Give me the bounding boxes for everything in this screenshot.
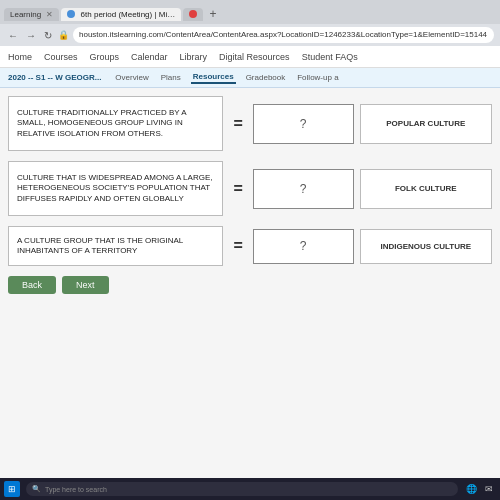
answer-box-3[interactable]: ? — [253, 229, 354, 264]
nav-faqs[interactable]: Student FAQs — [302, 52, 358, 62]
taskbar-browser-icon[interactable]: 🌐 — [464, 482, 478, 496]
tab-plans[interactable]: Plans — [159, 72, 183, 83]
refresh-button[interactable]: ↻ — [42, 30, 54, 41]
lock-icon: 🔒 — [58, 30, 69, 40]
label-text-2: FOLK CULTURE — [395, 184, 457, 193]
tab-label: Learning — [10, 10, 41, 19]
nav-home[interactable]: Home — [8, 52, 32, 62]
screen: Learning ✕ 6th period (Meeting) | Micr..… — [0, 0, 500, 500]
nav-digital[interactable]: Digital Resources — [219, 52, 290, 62]
definition-text-2: CULTURE THAT IS WIDESPREAD AMONG A LARGE… — [17, 173, 214, 204]
tab-dot — [189, 10, 197, 18]
definition-text-1: CULTURE TRADITIONALLY PRACTICED BY A SMA… — [17, 108, 214, 139]
tab-meeting[interactable]: 6th period (Meeting) | Micr... ✕ — [61, 8, 181, 21]
match-row-2: CULTURE THAT IS WIDESPREAD AMONG A LARGE… — [8, 161, 492, 216]
label-text-1: POPULAR CULTURE — [386, 119, 465, 128]
button-row: Back Next — [8, 276, 492, 294]
answer-box-1[interactable]: ? — [253, 104, 354, 144]
equals-3: = — [229, 237, 246, 255]
course-bar: 2020 -- S1 -- W GEOGR... Overview Plans … — [0, 68, 500, 88]
back-button[interactable]: Back — [8, 276, 56, 294]
definition-box-2: CULTURE THAT IS WIDESPREAD AMONG A LARGE… — [8, 161, 223, 216]
url-input[interactable]: houston.itslearning.com/ContentArea/Cont… — [73, 27, 494, 43]
nav-calendar[interactable]: Calendar — [131, 52, 168, 62]
tab-resources[interactable]: Resources — [191, 71, 236, 84]
tab-bar: Learning ✕ 6th period (Meeting) | Micr..… — [0, 0, 500, 24]
definition-text-3: A CULTURE GROUP THAT IS THE ORIGINAL INH… — [17, 236, 214, 257]
taskbar-search[interactable]: 🔍 Type here to search — [26, 482, 458, 496]
answer-placeholder-1: ? — [300, 117, 307, 131]
answer-placeholder-2: ? — [300, 182, 307, 196]
label-box-1: POPULAR CULTURE — [360, 104, 492, 144]
equals-1: = — [229, 115, 246, 133]
browser-chrome: Learning ✕ 6th period (Meeting) | Micr..… — [0, 0, 500, 46]
search-icon: 🔍 — [32, 485, 41, 493]
tab-favicon — [67, 10, 75, 18]
label-text-3: INDIGENOUS CULTURE — [381, 242, 472, 251]
answer-box-2[interactable]: ? — [253, 169, 354, 209]
start-button[interactable]: ⊞ — [4, 481, 20, 497]
definition-box-3: A CULTURE GROUP THAT IS THE ORIGINAL INH… — [8, 226, 223, 266]
taskbar: ⊞ 🔍 Type here to search 🌐 ✉ — [0, 478, 500, 500]
nav-groups[interactable]: Groups — [90, 52, 120, 62]
tab-meeting-label: 6th period (Meeting) | Micr... — [81, 10, 180, 19]
definition-box-1: CULTURE TRADITIONALLY PRACTICED BY A SMA… — [8, 96, 223, 151]
taskbar-mail-icon[interactable]: ✉ — [482, 482, 496, 496]
new-tab-button[interactable]: + — [205, 7, 220, 21]
label-box-2: FOLK CULTURE — [360, 169, 492, 209]
tab-gradebook[interactable]: Gradebook — [244, 72, 288, 83]
search-placeholder: Type here to search — [45, 486, 107, 493]
nav-courses[interactable]: Courses — [44, 52, 78, 62]
answer-placeholder-3: ? — [300, 239, 307, 253]
forward-button[interactable]: → — [24, 30, 38, 41]
tab-close-icon[interactable]: ✕ — [46, 10, 53, 19]
tab-overview[interactable]: Overview — [113, 72, 150, 83]
label-box-3: INDIGENOUS CULTURE — [360, 229, 492, 264]
site-nav: Home Courses Groups Calendar Library Dig… — [0, 46, 500, 68]
tab-learning[interactable]: Learning ✕ — [4, 8, 59, 21]
address-bar: ← → ↻ 🔒 houston.itslearning.com/ContentA… — [0, 24, 500, 46]
equals-2: = — [229, 180, 246, 198]
tab-followup[interactable]: Follow-up a — [295, 72, 340, 83]
taskbar-icons: 🌐 ✉ — [464, 482, 496, 496]
match-row-3: A CULTURE GROUP THAT IS THE ORIGINAL INH… — [8, 226, 492, 266]
nav-library[interactable]: Library — [180, 52, 208, 62]
windows-icon: ⊞ — [8, 484, 16, 494]
main-content: CULTURE TRADITIONALLY PRACTICED BY A SMA… — [0, 88, 500, 478]
back-button[interactable]: ← — [6, 30, 20, 41]
tab-empty[interactable] — [183, 8, 203, 21]
course-title: 2020 -- S1 -- W GEOGR... — [8, 73, 101, 82]
match-row-1: CULTURE TRADITIONALLY PRACTICED BY A SMA… — [8, 96, 492, 151]
next-button[interactable]: Next — [62, 276, 109, 294]
